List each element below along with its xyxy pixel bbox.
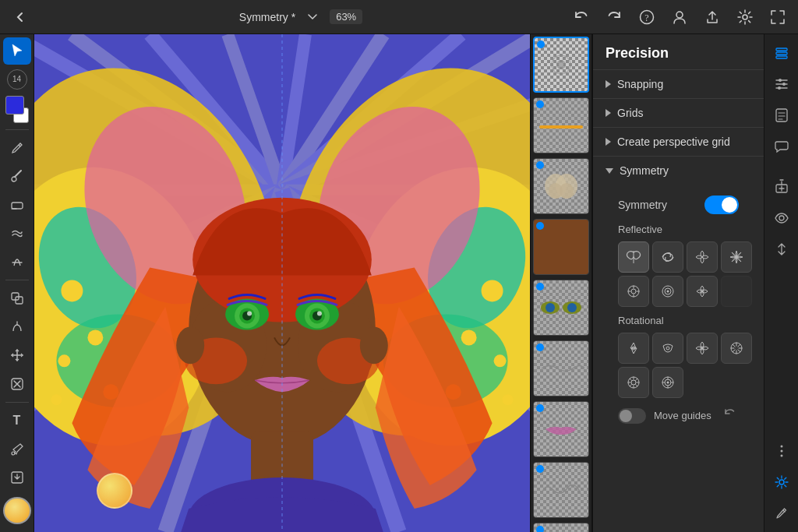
- grids-header[interactable]: Grids: [593, 99, 764, 127]
- layer-8-thumb[interactable]: [533, 462, 589, 518]
- svg-rect-5: [12, 203, 23, 209]
- layer-1-visibility[interactable]: [537, 41, 545, 48]
- eyedropper-tool[interactable]: [3, 435, 31, 463]
- document-title[interactable]: Symmetry *: [239, 11, 295, 23]
- sym-r7[interactable]: [687, 276, 718, 307]
- layer-3-visibility[interactable]: [536, 161, 544, 169]
- sym-rot5[interactable]: [618, 367, 649, 398]
- fullscreen-button[interactable]: [767, 6, 789, 28]
- layer-5-visibility[interactable]: [536, 283, 544, 291]
- symmetry-toggle[interactable]: [704, 196, 739, 214]
- canvas-area[interactable]: [34, 34, 530, 532]
- snapping-label: Snapping: [617, 78, 663, 90]
- dropdown-arrow[interactable]: [302, 6, 323, 28]
- color-swatches[interactable]: [2, 96, 32, 123]
- layer-1-thumb[interactable]: [533, 37, 589, 93]
- reset-guides-button[interactable]: [723, 407, 739, 424]
- layer-5-thumb[interactable]: [533, 280, 589, 336]
- svg-point-101: [778, 86, 781, 90]
- toolbar-divider-1: [5, 129, 29, 130]
- add-layer-icon-btn[interactable]: [768, 173, 796, 201]
- layer-4-visibility[interactable]: [536, 222, 544, 230]
- layer-2-visibility[interactable]: [536, 100, 544, 108]
- sym-r8[interactable]: [721, 276, 752, 307]
- liquify-tool[interactable]: [3, 313, 31, 340]
- pen-tool[interactable]: [3, 134, 31, 161]
- perspective-header[interactable]: Create perspective grid: [593, 128, 764, 156]
- svg-point-88: [666, 347, 669, 350]
- precision-panel: Precision Snapping Grids Create perspect…: [592, 34, 764, 532]
- sym-r5[interactable]: [618, 276, 649, 307]
- far-right-toolbar: [764, 34, 798, 532]
- sym-swirl[interactable]: [652, 241, 683, 273]
- back-button[interactable]: [9, 6, 31, 28]
- layer-6-thumb[interactable]: [533, 340, 589, 396]
- layer-7-visibility[interactable]: [536, 404, 544, 412]
- precision-settings-icon-btn[interactable]: [768, 468, 796, 496]
- sym-8fold[interactable]: [721, 241, 752, 273]
- move-layer-icon-btn[interactable]: [768, 235, 796, 263]
- brush-size-control[interactable]: 14: [3, 66, 31, 93]
- svg-point-34: [87, 329, 103, 345]
- layer-3-thumb[interactable]: [533, 158, 589, 214]
- undo-button[interactable]: [570, 6, 592, 28]
- sym-butterfly[interactable]: [618, 241, 649, 273]
- clone-tool[interactable]: [3, 285, 31, 312]
- brush-tool[interactable]: [3, 163, 31, 190]
- sym-rot1[interactable]: [618, 333, 649, 364]
- share-button[interactable]: [701, 6, 723, 28]
- sym-rot2[interactable]: [652, 333, 683, 364]
- layer-2-thumb[interactable]: [533, 97, 589, 153]
- reflective-grid-row1: [606, 238, 751, 276]
- import-tool[interactable]: [3, 464, 31, 491]
- svg-point-78: [546, 303, 555, 312]
- svg-point-66: [317, 311, 322, 315]
- reflective-label: Reflective: [606, 219, 751, 238]
- layers-icon-btn[interactable]: [768, 39, 796, 67]
- svg-point-4: [12, 177, 16, 181]
- cutout-tool[interactable]: [3, 370, 31, 397]
- symmetry-header[interactable]: Symmetry: [593, 157, 764, 185]
- eraser-tool[interactable]: [3, 191, 31, 218]
- document-icon-btn[interactable]: [768, 101, 796, 129]
- layer-7-thumb[interactable]: [533, 401, 589, 457]
- move-tool[interactable]: [3, 342, 31, 369]
- profile-button[interactable]: [669, 6, 690, 28]
- primary-color-swatch[interactable]: [5, 96, 24, 115]
- speech-icon-btn[interactable]: [768, 132, 796, 160]
- snapping-header[interactable]: Snapping: [593, 70, 764, 98]
- sym-r6[interactable]: [652, 276, 683, 307]
- sym-rot6[interactable]: [652, 367, 683, 398]
- text-tool[interactable]: T: [3, 407, 31, 435]
- more-icon-btn[interactable]: [768, 437, 796, 465]
- svg-rect-98: [776, 56, 787, 58]
- symmetry-chevron: [606, 168, 613, 174]
- help-button[interactable]: ?: [636, 6, 658, 28]
- pen-icon-btn[interactable]: [768, 499, 796, 527]
- svg-point-44: [494, 354, 507, 367]
- settings-button[interactable]: [734, 6, 756, 28]
- blend-tool[interactable]: [3, 248, 31, 275]
- sym-rot4[interactable]: [721, 333, 752, 364]
- move-guides-toggle[interactable]: [618, 408, 646, 424]
- symmetry-content: Symmetry Reflective: [593, 185, 764, 439]
- adjustments-icon-btn[interactable]: [768, 70, 796, 98]
- layer-9-visibility[interactable]: [536, 526, 544, 532]
- layer-8-visibility[interactable]: [536, 465, 544, 473]
- layer-6-visibility[interactable]: [536, 344, 544, 351]
- grids-label: Grids: [617, 107, 643, 119]
- layer-9-thumb[interactable]: [533, 523, 589, 532]
- visibility-icon-btn[interactable]: [768, 204, 796, 232]
- sym-4fold[interactable]: [687, 241, 718, 273]
- symmetry-toggle-knob: [722, 197, 737, 213]
- zoom-level[interactable]: 63%: [330, 9, 362, 24]
- svg-point-46: [503, 394, 514, 405]
- svg-point-105: [780, 446, 782, 448]
- smudge-tool[interactable]: [3, 220, 31, 247]
- layer-4-thumb[interactable]: [533, 219, 589, 275]
- redo-button[interactable]: [603, 6, 625, 28]
- sym-rot3[interactable]: [687, 333, 718, 364]
- select-tool[interactable]: [3, 37, 31, 65]
- color-picker-circle[interactable]: [3, 497, 31, 524]
- top-bar: Symmetry * 63% ?: [0, 0, 798, 34]
